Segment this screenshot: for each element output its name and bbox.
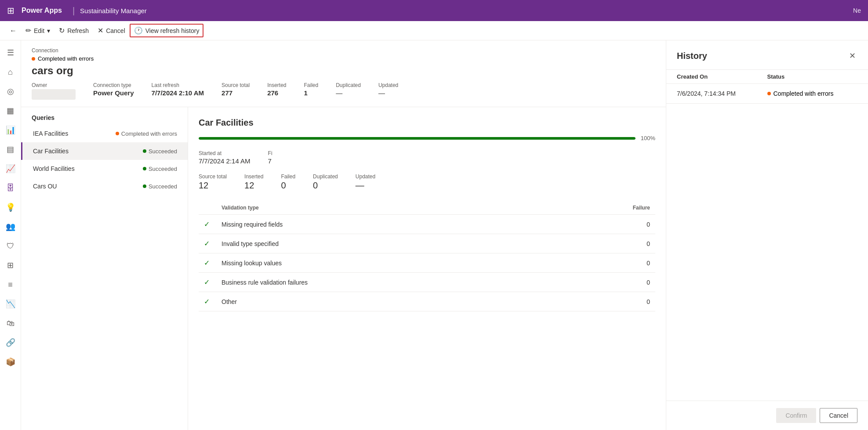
history-close-button[interactable]: ✕ xyxy=(847,49,857,62)
stat-failed: Failed 0 xyxy=(281,173,295,191)
source-total-value: 277 xyxy=(222,89,250,97)
refresh-button[interactable]: ↻ Refresh xyxy=(54,24,93,37)
stat-source-total-value: 12 xyxy=(199,181,227,191)
query-item-iea[interactable]: IEA Facilities Completed with errors xyxy=(21,125,188,142)
duplicated-meta: Duplicated — xyxy=(336,82,361,100)
history-title: History xyxy=(677,51,707,61)
history-column-headers: Created On Status xyxy=(666,70,868,84)
timing-row: Started at 7/7/2024 2:14 AM Fi 7 xyxy=(199,150,655,165)
validation-row: ✓ Other 0 xyxy=(199,292,655,311)
query-name-world: World Facilities xyxy=(33,165,75,172)
lightbulb-icon[interactable]: 💡 xyxy=(2,199,19,216)
status-text: Completed with errors xyxy=(38,55,94,62)
last-refresh-value: 7/7/2024 2:10 AM xyxy=(152,89,204,97)
history-footer: Confirm Cancel xyxy=(666,401,868,430)
stat-inserted-label: Inserted xyxy=(244,173,263,180)
bar-icon[interactable]: 📈 xyxy=(2,160,19,177)
query-status-cars-ou: Succeeded xyxy=(143,183,177,190)
updated-meta: Updated — xyxy=(378,82,398,100)
home-icon[interactable]: ⌂ xyxy=(2,63,19,81)
validation-failures: 0 xyxy=(557,253,655,273)
query-status-car: Succeeded xyxy=(143,148,177,155)
stat-updated: Updated — xyxy=(356,173,375,191)
inserted-value: 276 xyxy=(267,89,286,97)
progress-bar-fill xyxy=(199,137,636,140)
history-rows: 7/6/2024, 7:14:34 PM Completed with erro… xyxy=(666,84,868,104)
status-header: Status xyxy=(767,73,858,80)
failed-meta: Failed 1 xyxy=(304,82,318,100)
finished-at: Fi 7 xyxy=(268,150,272,165)
stat-inserted: Inserted 12 xyxy=(244,173,263,191)
cancel-icon: ✕ xyxy=(98,26,103,35)
query-name-iea: IEA Facilities xyxy=(33,130,68,137)
query-item-world[interactable]: World Facilities Succeeded xyxy=(21,160,188,177)
view-refresh-history-button[interactable]: 🕐 View refresh history xyxy=(130,24,204,37)
sidebar-icons: ☰ ⌂ ◎ ▦ 📊 ▤ 📈 🗄 💡 👥 🛡 ⊞ ≡ 📉 🛍 🔗 📦 xyxy=(0,40,21,430)
confirm-button[interactable]: Confirm xyxy=(776,408,816,423)
edit-chevron: ▾ xyxy=(47,27,50,34)
table-icon[interactable]: ▤ xyxy=(2,141,19,158)
status-dot-car xyxy=(143,149,146,153)
connection-label: Connection xyxy=(32,47,655,54)
layers-icon[interactable]: ⊞ xyxy=(2,257,19,274)
validation-type: Missing required fields xyxy=(216,215,557,234)
history-row: 7/6/2024, 7:14:34 PM Completed with erro… xyxy=(666,84,868,104)
stats-row: Source total 12 Inserted 12 Failed 0 Dup… xyxy=(199,173,655,191)
queries-title: Queries xyxy=(21,107,188,125)
shield-icon[interactable]: 🛡 xyxy=(2,237,19,255)
validation-row: ✓ Missing required fields 0 xyxy=(199,215,655,234)
created-on-header: Created On xyxy=(677,73,767,80)
check-icon: ✓ xyxy=(204,278,210,286)
back-button[interactable]: ← xyxy=(5,24,21,37)
query-name-cars-ou: Cars OU xyxy=(33,183,57,190)
detail-panel: Car Facilities 100% Started at 7/7/2024 … xyxy=(188,107,666,430)
box-icon[interactable]: 📦 xyxy=(2,353,19,371)
stat-inserted-value: 12 xyxy=(244,181,263,191)
edit-icon: ✏ xyxy=(25,26,31,35)
refresh-label: Refresh xyxy=(67,27,89,34)
chart-bar-icon[interactable]: 📊 xyxy=(2,121,19,139)
finished-label: Fi xyxy=(268,150,272,156)
history-icon: 🕐 xyxy=(134,26,143,35)
stat-source-total: Source total 12 xyxy=(199,173,227,191)
command-bar: ← ✏ Edit ▾ ↻ Refresh ✕ Cancel 🕐 View ref… xyxy=(0,21,868,40)
stat-failed-label: Failed xyxy=(281,173,295,180)
validation-type: Invalid type specified xyxy=(216,234,557,253)
waffle-icon[interactable]: ⊞ xyxy=(7,5,15,16)
refresh-icon: ↻ xyxy=(59,26,65,35)
updated-value: — xyxy=(378,89,398,97)
menu-toggle-icon[interactable]: ☰ xyxy=(2,44,19,61)
history-cancel-button[interactable]: Cancel xyxy=(820,408,857,423)
database-icon[interactable]: 🗄 xyxy=(2,179,19,197)
owner-meta: Owner xyxy=(32,82,76,100)
validation-row: ✓ Missing lookup values 0 xyxy=(199,253,655,273)
history-date: 7/6/2024, 7:14:34 PM xyxy=(677,90,767,97)
link-icon[interactable]: 🔗 xyxy=(2,334,19,351)
progress-percent: 100% xyxy=(641,135,655,141)
close-icon: ✕ xyxy=(849,51,856,60)
target-icon[interactable]: ◎ xyxy=(2,83,19,100)
queries-detail: Queries IEA Facilities Completed with er… xyxy=(21,107,666,430)
people-icon[interactable]: 👥 xyxy=(2,218,19,235)
detail-title: Car Facilities xyxy=(199,118,655,128)
source-total-meta: Source total 277 xyxy=(222,82,250,100)
history-status: Completed with errors xyxy=(767,90,858,97)
list-icon[interactable]: ≡ xyxy=(2,276,19,293)
query-item-car[interactable]: Car Facilities Succeeded xyxy=(21,142,188,160)
analytics-icon[interactable]: 📉 xyxy=(2,295,19,313)
app-name: Power Apps xyxy=(22,7,62,14)
query-item-cars-ou[interactable]: Cars OU Succeeded xyxy=(21,177,188,195)
failed-label: Failed xyxy=(304,82,318,88)
stat-updated-label: Updated xyxy=(356,173,375,180)
finished-value: 7 xyxy=(268,157,272,165)
nav-right: Ne xyxy=(853,7,861,14)
status-dot-world xyxy=(143,167,146,170)
edit-button[interactable]: ✏ Edit ▾ xyxy=(21,24,54,37)
bag-icon[interactable]: 🛍 xyxy=(2,314,19,332)
inserted-label: Inserted xyxy=(267,82,286,88)
dashboard-icon[interactable]: ▦ xyxy=(2,102,19,119)
started-at-label: Started at xyxy=(199,150,251,156)
cancel-button[interactable]: ✕ Cancel xyxy=(93,24,130,37)
check-icon: ✓ xyxy=(204,220,210,228)
stat-failed-value: 0 xyxy=(281,181,295,191)
